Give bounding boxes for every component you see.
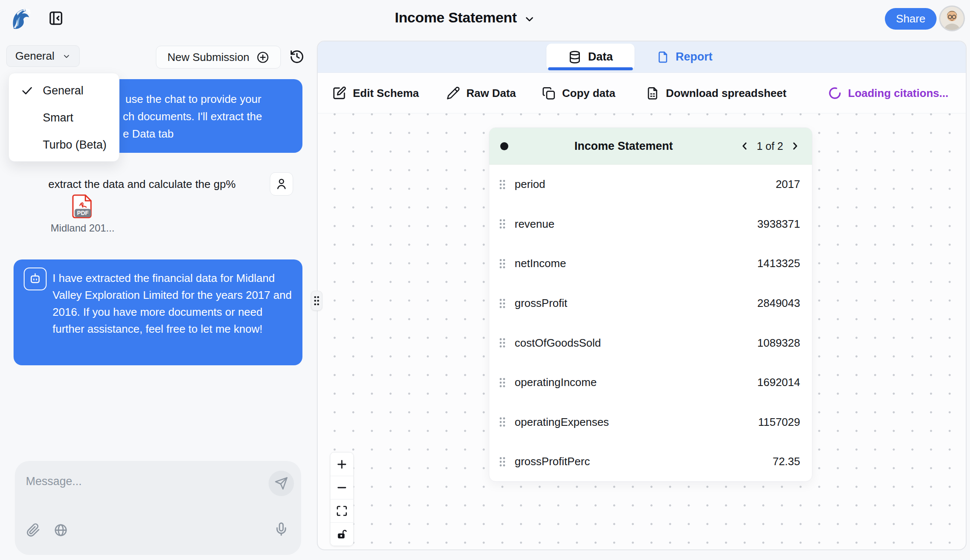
table-row: costOfGoodsSold 1089328 — [489, 323, 812, 363]
chevron-left-icon — [739, 140, 751, 152]
table-row: operatingIncome 1692014 — [489, 363, 812, 403]
pdf-badge-label: PDF — [77, 210, 88, 216]
microphone-button[interactable] — [274, 522, 288, 536]
model-selector-button[interactable]: General — [6, 45, 80, 67]
maximize-icon — [336, 505, 348, 517]
data-panel: Data Report Edit Schema Raw Data — [317, 41, 967, 550]
next-record-button[interactable] — [789, 140, 801, 152]
file-icon — [657, 51, 669, 63]
user-avatar[interactable] — [940, 7, 964, 30]
drag-handle-icon[interactable] — [498, 258, 507, 270]
user-role-button[interactable] — [270, 172, 293, 196]
download-spreadsheet-button[interactable]: Download spreadsheet — [646, 73, 787, 113]
table-row: operatingExpenses 1157029 — [489, 403, 812, 442]
unlock-icon — [336, 528, 348, 540]
raw-data-button[interactable]: Raw Data — [446, 73, 516, 113]
share-button[interactable]: Share — [885, 8, 937, 30]
minus-icon — [335, 481, 348, 494]
row-value: 1413325 — [757, 257, 800, 270]
menu-item-smart[interactable]: Smart — [9, 104, 119, 131]
drag-handle-icon[interactable] — [498, 456, 507, 468]
database-icon — [568, 50, 582, 64]
table-row: revenue 3938371 — [489, 204, 812, 244]
row-key: period — [515, 178, 545, 191]
drag-handle-icon[interactable] — [498, 416, 507, 428]
history-icon — [289, 49, 305, 64]
web-search-button[interactable] — [54, 523, 68, 537]
new-submission-label: New Submission — [167, 51, 249, 64]
tabs-bar: Data Report — [318, 41, 966, 73]
app-logo-wave-icon — [11, 6, 32, 31]
panel-resize-handle[interactable] — [311, 291, 322, 311]
assistant-answer-bubble: I have extracted the financial data for … — [14, 259, 302, 365]
menu-item-label: General — [43, 84, 83, 97]
card-title: Income Statement — [508, 140, 739, 153]
card-header: Income Statement 1 of 2 — [489, 128, 812, 165]
copy-data-button[interactable]: Copy data — [542, 73, 615, 113]
canvas-area: Income Statement 1 of 2 — [318, 113, 966, 549]
send-icon — [274, 477, 288, 490]
row-key: grossProfitPerc — [515, 455, 590, 468]
row-value: 1692014 — [757, 376, 800, 389]
menu-item-label: Turbo (Beta) — [43, 138, 107, 152]
prev-record-button[interactable] — [739, 140, 751, 152]
model-selector-label: General — [15, 50, 55, 63]
model-dropdown-menu: General Smart Turbo (Beta) — [8, 73, 119, 162]
menu-item-general[interactable]: General — [9, 77, 119, 104]
history-button[interactable] — [289, 48, 307, 66]
plus-circle-icon — [256, 51, 269, 64]
collapse-sidebar-button[interactable] — [47, 9, 65, 27]
microphone-icon — [274, 522, 288, 536]
tab-report[interactable]: Report — [657, 44, 712, 70]
row-key: operatingIncome — [515, 376, 597, 389]
tab-data[interactable]: Data — [546, 44, 635, 70]
fit-view-button[interactable] — [330, 499, 353, 522]
new-submission-button[interactable]: New Submission — [156, 46, 281, 69]
income-statement-card: Income Statement 1 of 2 — [489, 127, 812, 482]
chevron-down-icon — [524, 13, 535, 25]
row-value: 72.35 — [773, 455, 800, 468]
edit-schema-button[interactable]: Edit Schema — [332, 73, 419, 113]
lock-toggle-button[interactable] — [330, 522, 353, 546]
grip-dots-icon — [313, 295, 321, 307]
drag-handle-icon[interactable] — [498, 179, 507, 190]
row-value: 1157029 — [758, 416, 800, 429]
bubble-text-line: ch documents. I'll extract the — [123, 108, 302, 125]
menu-item-turbo[interactable]: Turbo (Beta) — [9, 131, 119, 158]
zoom-in-button[interactable] — [330, 452, 353, 476]
row-value: 2017 — [776, 178, 800, 191]
zoom-out-button[interactable] — [330, 476, 353, 499]
drag-handle-icon[interactable] — [498, 298, 507, 309]
message-composer — [15, 461, 301, 555]
chevron-down-icon — [62, 52, 71, 61]
pen-icon — [446, 86, 460, 100]
tab-data-label: Data — [588, 50, 613, 63]
paperclip-icon — [26, 523, 40, 537]
workspace-title-dropdown[interactable]: Income Statement — [395, 9, 535, 26]
chevron-right-icon — [789, 140, 801, 152]
pagination-label: 1 of 2 — [757, 140, 783, 152]
row-value: 3938371 — [757, 218, 800, 231]
zoom-controls — [330, 452, 354, 546]
pdf-file-icon: PDF — [71, 194, 95, 219]
attachment-pdf[interactable]: PDF Midland 201... — [42, 194, 123, 234]
drag-handle-icon[interactable] — [498, 337, 507, 349]
bot-icon — [24, 268, 47, 290]
table-row: grossProfit 2849043 — [489, 284, 812, 323]
plus-icon — [335, 458, 348, 471]
drag-handle-icon[interactable] — [498, 377, 507, 389]
send-button[interactable] — [269, 471, 294, 496]
edit-schema-icon — [332, 86, 346, 100]
message-input[interactable] — [26, 469, 255, 494]
table-row: grossProfitPerc 72.35 — [489, 442, 812, 482]
attachment-filename: Midland 201... — [51, 222, 115, 234]
row-value: 2849043 — [757, 297, 800, 310]
data-toolbar: Edit Schema Raw Data Copy data Download … — [318, 73, 966, 113]
drag-handle-icon[interactable] — [498, 218, 507, 230]
attach-file-button[interactable] — [26, 523, 40, 537]
spreadsheet-icon — [646, 86, 660, 100]
row-key: costOfGoodsSold — [515, 337, 601, 350]
table-row: netIncome 1413325 — [489, 244, 812, 284]
tab-report-label: Report — [676, 50, 712, 63]
spinner-icon — [828, 86, 842, 100]
